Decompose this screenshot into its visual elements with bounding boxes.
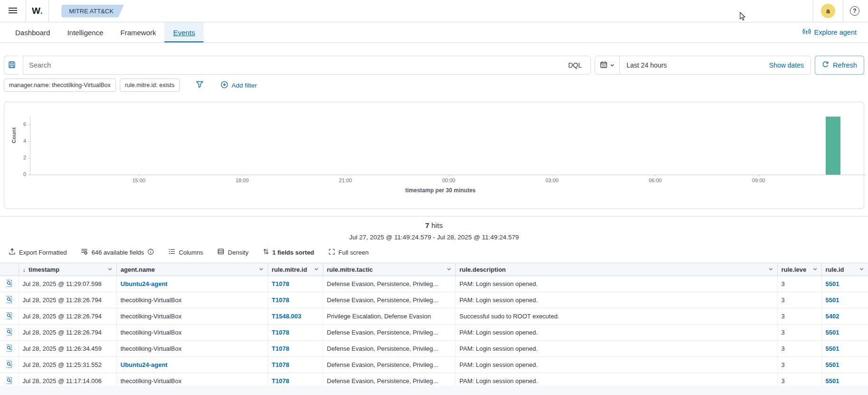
rule-mitre-id-link[interactable]: T1078 xyxy=(272,377,289,385)
tab-intelligence[interactable]: Intelligence xyxy=(58,22,112,42)
refresh-button[interactable]: Refresh xyxy=(815,56,864,75)
save-query-button[interactable] xyxy=(4,56,19,75)
chart-x-tick xyxy=(242,175,242,177)
chart-x-tick xyxy=(759,175,759,177)
rule-mitre-id-link[interactable]: T1548.003 xyxy=(272,313,301,320)
chart-y-tick-label: 2 xyxy=(14,155,26,160)
column-header-rule-id[interactable]: rule.id xyxy=(821,263,868,276)
filter-funnel-icon xyxy=(196,81,203,89)
column-header-rule-level[interactable]: rule.level xyxy=(777,263,821,276)
chevron-down-icon[interactable] xyxy=(107,266,113,273)
menu-button[interactable] xyxy=(6,4,20,19)
explore-agent-button[interactable]: Explore agent xyxy=(800,22,859,42)
help-button[interactable]: ? xyxy=(850,6,859,16)
rule-mitre-id-link[interactable]: T1078 xyxy=(272,280,289,287)
tab-framework[interactable]: Framework xyxy=(112,22,164,42)
cell-agent-name: thecotilking-VirtualBox xyxy=(116,325,268,341)
column-header-timestamp[interactable]: ↓timestamp xyxy=(19,263,116,276)
time-range-button[interactable]: Last 24 hours xyxy=(620,61,762,69)
cell-rule-id: 5501 xyxy=(821,341,868,357)
cell-timestamp: Jul 28, 2025 @ 11:28:26.794 xyxy=(19,292,116,308)
events-table-header: ↓timestampagent.namerule.mitre.idrule.mi… xyxy=(0,263,868,276)
cell-rule-id: 5501 xyxy=(821,357,868,373)
cell-rule-level: 3 xyxy=(777,357,821,373)
app-logo[interactable]: W. xyxy=(32,6,43,16)
histogram-bar[interactable] xyxy=(826,117,840,175)
filter-options-button[interactable] xyxy=(194,79,205,91)
topbar-divider xyxy=(48,0,49,22)
chart-y-tick xyxy=(28,125,30,125)
breadcrumb[interactable]: MITRE ATT&CK xyxy=(61,5,124,18)
column-header-agent-name[interactable]: agent.name xyxy=(116,263,268,276)
events-histogram-panel: Count 024615:0018:0021:0000:0003:0006:00… xyxy=(4,102,864,209)
query-bar: DQL Last 24 hours Show dates xyxy=(0,43,868,75)
density-button[interactable]: Density xyxy=(217,248,248,257)
chart-y-tick xyxy=(28,141,30,142)
rule-id-link[interactable]: 5501 xyxy=(826,296,839,304)
agent-name-link[interactable]: Ubuntu24-agent xyxy=(121,361,168,368)
filter-pill-manager-name[interactable]: manager.name: thecotilking-VirtualBox xyxy=(4,79,116,92)
cell-rule-level: 3 xyxy=(777,341,821,357)
chevron-down-icon[interactable] xyxy=(859,266,864,273)
fullscreen-button[interactable]: Full screen xyxy=(328,248,369,257)
agent-name-link[interactable]: Ubuntu24-agent xyxy=(121,280,168,287)
fields-sorted-button[interactable]: 1 fields sorted xyxy=(263,248,314,257)
rule-id-link[interactable]: 5501 xyxy=(826,329,839,336)
inspect-document-button[interactable] xyxy=(4,278,14,290)
search-input[interactable] xyxy=(23,56,561,74)
inspect-document-button[interactable] xyxy=(4,343,14,355)
rule-mitre-id-link[interactable]: T1078 xyxy=(272,329,289,336)
chart-y-tick-label: 6 xyxy=(14,121,26,127)
rule-id-link[interactable]: 5501 xyxy=(826,280,839,287)
inspect-document-button[interactable] xyxy=(4,327,14,338)
chart-x-tick-label: 21:00 xyxy=(339,178,352,183)
table-row: Jul 28, 2025 @ 11:29:07.598Ubuntu24-agen… xyxy=(0,276,868,292)
hits-summary: 7 hits Jul 27, 2025 @ 11:49:24.579 - Jul… xyxy=(0,217,868,241)
quick-select-button[interactable] xyxy=(595,56,620,74)
columns-button[interactable]: Columns xyxy=(168,248,203,257)
chart-y-axis xyxy=(30,117,30,175)
rule-mitre-id-link[interactable]: T1078 xyxy=(272,296,289,304)
chevron-down-icon[interactable] xyxy=(259,266,264,273)
rule-mitre-id-link[interactable]: T1078 xyxy=(272,361,289,368)
inspect-document-button[interactable] xyxy=(4,311,14,322)
inspect-icon xyxy=(5,279,13,289)
add-filter-button[interactable]: Add filter xyxy=(218,80,260,90)
inspect-document-button[interactable] xyxy=(4,295,14,306)
inspect-icon xyxy=(5,360,13,370)
avatar[interactable]: a xyxy=(821,4,835,18)
info-icon[interactable] xyxy=(147,248,154,257)
column-header-rule-mitre-id[interactable]: rule.mitre.id xyxy=(268,263,323,276)
inspect-document-button[interactable] xyxy=(4,375,14,387)
save-query-icon xyxy=(8,61,16,70)
tab-events[interactable]: Events xyxy=(164,22,203,42)
cell-rule-description: PAM: Login session opened. xyxy=(455,341,777,357)
query-language-button[interactable]: DQL xyxy=(561,61,588,69)
cell-rule-level: 3 xyxy=(777,292,821,308)
column-header-rule-description[interactable]: rule.description xyxy=(455,263,777,276)
chevron-down-icon[interactable] xyxy=(314,266,319,273)
events-table-body: Jul 28, 2025 @ 11:29:07.598Ubuntu24-agen… xyxy=(0,276,868,389)
cell-agent-name: Ubuntu24-agent xyxy=(116,276,268,292)
rule-mitre-id-link[interactable]: T1078 xyxy=(272,345,289,352)
column-header-rule-mitre-tactic[interactable]: rule.mitre.tactic xyxy=(323,263,455,276)
tab-dashboard[interactable]: Dashboard xyxy=(7,22,58,42)
chevron-down-icon[interactable] xyxy=(768,266,773,273)
rule-id-link[interactable]: 5402 xyxy=(826,313,839,320)
inspect-document-button[interactable] xyxy=(4,359,14,371)
cell-rule-level: 3 xyxy=(777,325,821,341)
show-dates-button[interactable]: Show dates xyxy=(762,61,810,69)
chevron-down-icon[interactable] xyxy=(812,266,818,273)
filter-pill-rule-mitre-id[interactable]: rule.mitre.id: exists xyxy=(120,79,180,92)
chevron-down-icon[interactable] xyxy=(446,266,452,273)
rule-id-link[interactable]: 5501 xyxy=(826,361,839,368)
inspect-icon xyxy=(5,344,13,354)
export-formatted-button[interactable]: Export Formatted xyxy=(9,248,67,257)
inspect-icon xyxy=(5,296,13,305)
rule-id-link[interactable]: 5501 xyxy=(826,345,839,352)
chart-y-tick xyxy=(28,158,30,158)
cell-rule-level: 3 xyxy=(777,308,821,325)
rule-id-link[interactable]: 5501 xyxy=(826,377,839,385)
chart-x-tick-label: 15:00 xyxy=(132,178,145,183)
available-fields-button[interactable]: 646 available fields xyxy=(81,248,154,257)
